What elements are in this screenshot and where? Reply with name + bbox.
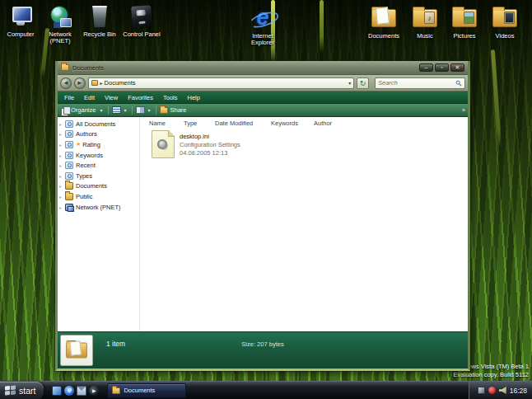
sidebar-item-label: Types [76, 172, 92, 180]
taskbar-clock[interactable]: 16:28 [510, 387, 527, 395]
column-header-name[interactable]: Name [149, 120, 166, 127]
desktop-icon-network[interactable]: Network (PNET) [40, 3, 80, 45]
menu-tools[interactable]: Tools [163, 94, 178, 101]
minimize-button[interactable]: – [419, 63, 433, 72]
menu-view[interactable]: View [105, 94, 118, 101]
security-shield-icon[interactable] [488, 387, 496, 394]
navigation-pane: ▸ All Documents ▸ Authors ▸ ★ Rating ▸ [58, 117, 140, 331]
window-title: Documents [72, 64, 104, 72]
sidebar-item-keywords[interactable]: ▸ Keywords [58, 150, 139, 161]
column-header-keywords[interactable]: Keywords [271, 120, 298, 127]
toolbar-overflow-icon[interactable]: » [462, 107, 465, 113]
expander-icon[interactable]: ▸ [59, 194, 65, 200]
desktop-icon-music[interactable]: ♪ Music [405, 5, 445, 40]
forward-button[interactable]: ► [74, 77, 86, 89]
desktop-icon-control-panel[interactable]: Control Panel [122, 3, 161, 38]
music-folder-icon: ♪ [413, 9, 437, 27]
expander-icon[interactable]: ▸ [59, 162, 65, 168]
sidebar-item-label: Keywords [76, 152, 103, 159]
desktop-icon-videos[interactable]: Videos [485, 5, 525, 40]
desktop-icon-recycle-bin[interactable]: Recycle Bin [80, 3, 119, 38]
volume-icon[interactable] [499, 387, 506, 394]
sidebar-item-label: Recent [76, 162, 96, 169]
expander-icon[interactable]: ▸ [59, 204, 65, 210]
sidebar-item-recent[interactable]: ▸ Recent [58, 160, 139, 171]
desktop-icon-label: Internet Explorer [243, 33, 282, 46]
sidebar-item-documents[interactable]: ▸ Documents [58, 181, 139, 192]
toolbar-separator [108, 106, 109, 115]
desktop-icon-computer[interactable]: Computer [1, 3, 40, 38]
expander-icon[interactable]: ▸ [59, 183, 65, 189]
desktop-icon-pictures[interactable]: Pictures [445, 5, 484, 40]
sidebar-item-public[interactable]: ▸ Public [58, 191, 139, 202]
menu-file[interactable]: File [64, 94, 74, 101]
sidebar-item-label: All Documents [76, 120, 115, 128]
title-bar[interactable]: Documents – ▫ ✕ [58, 61, 468, 75]
organize-dropdown-icon[interactable]: ▾ [100, 107, 102, 113]
close-button[interactable]: ✕ [450, 63, 464, 72]
desktop-icon-label: Music [405, 33, 445, 40]
menu-favorites[interactable]: Favorites [128, 94, 153, 101]
refresh-button[interactable]: ↻ [357, 77, 369, 89]
expander-icon[interactable]: ▸ [59, 153, 65, 158]
computer-icon [10, 7, 31, 26]
expander-icon[interactable]: ▸ [59, 142, 65, 148]
media-player-icon[interactable]: ▶ [89, 386, 99, 396]
search-input[interactable] [378, 79, 455, 87]
desktop-icon-internet-explorer[interactable]: e Internet Explorer [243, 5, 282, 46]
explorer-window: Documents – ▫ ✕ ◄ ► ▸ Documents ▾ ↻ [55, 61, 470, 371]
status-folder-thumbnail [60, 335, 93, 366]
desktop-icon-documents[interactable]: Documents [364, 5, 404, 40]
views-dropdown-icon[interactable]: ▾ [124, 107, 126, 113]
sidebar-item-authors[interactable]: ▸ Authors [58, 129, 139, 140]
control-panel-icon [131, 5, 152, 28]
expander-icon[interactable]: ▸ [59, 173, 65, 179]
email-icon[interactable] [77, 386, 86, 396]
network-tray-icon[interactable] [478, 387, 485, 394]
search-icon[interactable] [455, 80, 462, 87]
taskbar-button-documents[interactable]: Documents [107, 383, 186, 398]
menu-edit[interactable]: Edit [84, 94, 95, 101]
start-label: start [19, 386, 35, 396]
pictures-folder-icon [452, 9, 477, 27]
sidebar-item-all-documents[interactable]: ▸ All Documents [58, 119, 139, 129]
sidebar-item-rating[interactable]: ▸ ★ Rating [58, 139, 139, 150]
saved-search-icon [65, 130, 73, 138]
layout-icon[interactable] [136, 106, 145, 114]
desktop-icon-label: Pictures [445, 33, 484, 40]
layout-dropdown-icon[interactable]: ▾ [147, 107, 150, 113]
address-bar[interactable]: ▸ Documents ▾ [88, 77, 355, 89]
share-folder-icon [160, 107, 168, 114]
taskbar: start e ▶ Documents 16:28 [0, 381, 532, 399]
organize-button[interactable]: Organize [71, 106, 96, 114]
address-dropdown-icon[interactable]: ▾ [348, 80, 351, 86]
back-button[interactable]: ◄ [60, 77, 72, 89]
ini-file-icon [152, 130, 175, 158]
views-icon[interactable] [112, 106, 121, 114]
file-item-desktop-ini[interactable]: desktop.ini Configuration Settings 04.08… [152, 130, 240, 158]
sidebar-item-label: Documents [76, 182, 107, 190]
expander-icon[interactable]: ▸ [59, 121, 65, 127]
breadcrumb-arrow-icon[interactable]: ▸ [100, 80, 103, 86]
column-header-author[interactable]: Author [314, 120, 332, 127]
sidebar-item-types[interactable]: ▸ Types [58, 171, 139, 181]
column-header-date-modified[interactable]: Date Modified [215, 120, 253, 127]
show-desktop-icon[interactable] [52, 386, 62, 396]
start-button[interactable]: start [0, 382, 44, 399]
window-folder-icon [61, 64, 69, 71]
column-header-type[interactable]: Type [184, 120, 197, 127]
share-button[interactable]: Share [170, 106, 186, 114]
desktop-icon-label: Documents [364, 33, 404, 40]
toolbar-separator [156, 106, 156, 115]
menu-help[interactable]: Help [188, 94, 200, 101]
breadcrumb[interactable]: Documents [105, 79, 136, 87]
desktop: Computer Network (PNET) Recycle Bin Cont… [0, 0, 532, 399]
internet-explorer-icon[interactable]: e [64, 386, 74, 396]
sidebar-item-network[interactable]: ▸ Network (PNET) [58, 202, 139, 213]
maximize-button[interactable]: ▫ [435, 63, 449, 72]
expander-icon[interactable]: ▸ [59, 131, 65, 137]
sidebar-item-label: Public [76, 193, 92, 200]
file-list-pane[interactable]: Name Type Date Modified Keywords Author … [140, 117, 468, 331]
documents-folder-icon [66, 343, 87, 359]
search-box[interactable] [375, 77, 465, 89]
